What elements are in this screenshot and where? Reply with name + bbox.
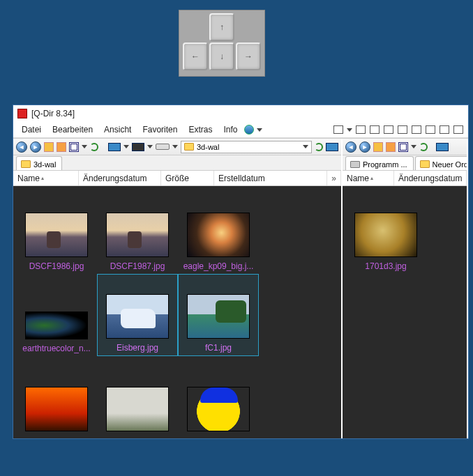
folder-icon (184, 143, 194, 151)
left-pane: ◄ ► 3d-wal (13, 139, 343, 438)
file-thumbnail[interactable] (16, 356, 97, 438)
file-thumbnail[interactable]: DSCF1987.jpg (97, 192, 178, 274)
file-name: 1701d3.jpg (365, 261, 406, 271)
address-bar[interactable]: 3d-wal (181, 141, 312, 153)
thumbnail-image (187, 213, 250, 257)
address-text: 3d-wal (197, 143, 219, 151)
thumbnail-image (106, 213, 169, 257)
file-thumbnail[interactable] (178, 356, 259, 438)
thumbnail-image (187, 387, 250, 431)
file-name: eagle_kp09_big.j... (183, 261, 254, 271)
monitor-icon[interactable] (108, 143, 121, 151)
tab-programm[interactable]: Programm ... (345, 156, 414, 170)
monitor-icon[interactable] (436, 143, 449, 151)
refresh-icon[interactable] (419, 143, 428, 151)
view-grid-icon[interactable] (69, 142, 79, 152)
folder-icon[interactable] (57, 142, 66, 152)
menu-info[interactable]: Info (219, 123, 241, 136)
layout-3a-icon[interactable] (384, 125, 393, 134)
menubar: Datei Bearbeiten Ansicht Favoriten Extra… (13, 122, 468, 138)
drive-icon[interactable] (156, 144, 170, 150)
globe-icon[interactable] (244, 125, 254, 135)
file-name: DSCF1987.jpg (110, 261, 165, 271)
right-toolbar: ◄ ► (343, 139, 467, 155)
back-button[interactable]: ◄ (16, 141, 27, 153)
col-name[interactable]: Name▴ (343, 171, 394, 185)
file-thumbnail[interactable]: eagle_kp09_big.j... (178, 192, 259, 274)
menu-extras[interactable]: Extras (184, 123, 216, 136)
arrow-keypad-image: ↑ ←↓→ (179, 10, 265, 77)
folder-icon (21, 160, 31, 168)
up-folder-icon[interactable] (373, 142, 383, 152)
file-name: earthtruecolor_n... (22, 344, 90, 353)
layout-3b-icon[interactable] (398, 125, 407, 134)
file-name: fC1.jpg (205, 343, 232, 353)
file-thumbnail[interactable]: 1701d3.jpg (345, 192, 426, 274)
refresh-icon[interactable] (90, 143, 98, 151)
view-grid-icon[interactable] (398, 142, 408, 152)
file-thumbnail[interactable]: earthtruecolor_n... (16, 274, 97, 356)
dropdown-icon[interactable] (303, 145, 308, 148)
right-pane: ◄ ► Programm ... Neuer Ord ... (343, 139, 468, 438)
folder-icon (420, 160, 430, 168)
layout-4b-icon[interactable] (453, 125, 463, 134)
col-more[interactable]: » (327, 171, 341, 185)
file-name: Eisberg.jpg (117, 343, 158, 353)
file-name: DSCF1986.jpg (29, 261, 84, 271)
menu-favoriten[interactable]: Favoriten (138, 123, 181, 136)
thumbnail-image (106, 387, 169, 431)
titlebar[interactable]: [Q-Dir 8.34] (13, 105, 468, 122)
col-name[interactable]: Name▴ (13, 171, 79, 185)
col-modified[interactable]: Änderungsdatum (79, 171, 161, 185)
left-toolbar: ◄ ► 3d-wal (13, 139, 341, 155)
monitor-icon[interactable] (326, 143, 338, 151)
file-thumbnail[interactable] (97, 356, 178, 438)
right-column-headers: Name▴ Änderungsdatum (343, 171, 467, 186)
right-tabs: Programm ... Neuer Ord ... (343, 155, 467, 171)
menu-ansicht[interactable]: Ansicht (100, 123, 135, 136)
layout-4-icon[interactable] (440, 125, 449, 134)
thumbnail-image (25, 213, 88, 257)
window-title: [Q-Dir 8.34] (31, 109, 75, 118)
thumbnail-image (106, 294, 169, 339)
dropdown-icon[interactable] (172, 145, 178, 148)
dropdown-icon[interactable] (123, 145, 129, 148)
qdir-window: [Q-Dir 8.34] Datei Bearbeiten Ansicht Fa… (13, 105, 469, 439)
dropdown-icon[interactable] (257, 128, 262, 132)
menu-datei[interactable]: Datei (17, 123, 45, 136)
layout-2v-icon[interactable] (356, 125, 366, 134)
thumbnail-image (187, 294, 250, 339)
file-thumbnail[interactable]: DSCF1986.jpg (16, 192, 97, 274)
dropdown-icon[interactable] (147, 145, 153, 148)
refresh-icon[interactable] (315, 143, 323, 151)
col-modified[interactable]: Änderungsdatum (394, 171, 467, 185)
file-thumbnail[interactable]: fC1.jpg (178, 274, 259, 356)
dropdown-icon[interactable] (347, 128, 352, 132)
left-file-area[interactable]: DSCF1986.jpgDSCF1987.jpgeagle_kp09_big.j… (13, 186, 341, 438)
layout-single-icon[interactable] (333, 125, 343, 134)
col-size[interactable]: Größe (161, 171, 214, 185)
folder-icon[interactable] (386, 142, 396, 152)
layout-3d-icon[interactable] (426, 125, 435, 134)
up-folder-icon[interactable] (44, 142, 54, 152)
dropdown-icon[interactable] (411, 145, 416, 148)
file-thumbnail[interactable]: Eisberg.jpg (97, 274, 178, 356)
right-file-area[interactable]: 1701d3.jpg (343, 186, 467, 438)
left-column-headers: Name▴ Änderungsdatum Größe Erstelldatum … (13, 171, 341, 186)
tab-neuer-ord[interactable]: Neuer Ord ... (415, 156, 467, 170)
layout-2h-icon[interactable] (370, 125, 380, 134)
back-button[interactable]: ◄ (345, 141, 356, 153)
tab-3dwal[interactable]: 3d-wal (16, 156, 62, 170)
tab-label: Neuer Ord ... (433, 160, 467, 169)
thumbnail-image (354, 213, 417, 257)
layout-3c-icon[interactable] (412, 125, 421, 134)
dropdown-icon[interactable] (82, 145, 87, 148)
drive-icon (350, 161, 360, 168)
monitor-dark-icon[interactable] (132, 143, 144, 151)
app-icon (17, 109, 27, 118)
menu-bearbeiten[interactable]: Bearbeiten (48, 123, 97, 136)
forward-button[interactable]: ► (30, 141, 41, 153)
col-created[interactable]: Erstelldatum (214, 171, 327, 185)
forward-button[interactable]: ► (359, 141, 370, 153)
tab-label: Programm ... (363, 160, 407, 169)
